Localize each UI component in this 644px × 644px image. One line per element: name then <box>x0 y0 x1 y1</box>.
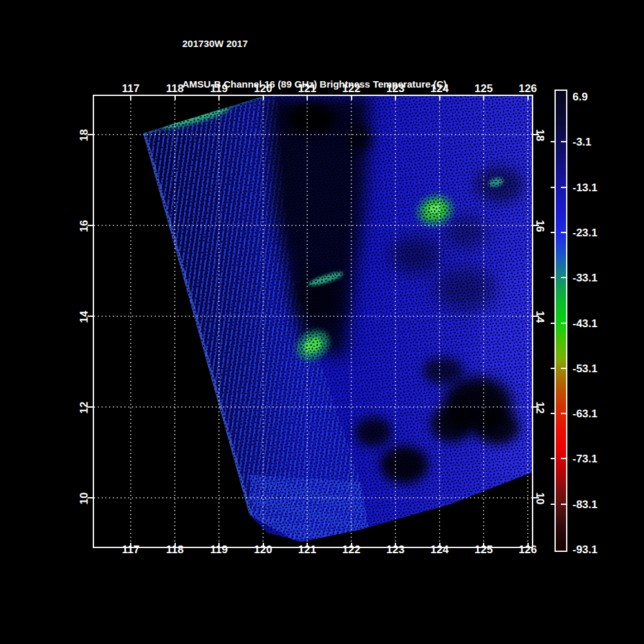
lon-label-bottom: 122 <box>339 544 365 556</box>
lon-tick-top <box>218 96 220 100</box>
colorbar-tick-label: -33.1 <box>573 272 598 285</box>
lat-label-left: 16 <box>78 214 91 238</box>
lat-label-right: 14 <box>533 305 546 328</box>
colorbar-tick-right <box>561 187 566 188</box>
lon-label-top: 124 <box>427 82 453 95</box>
satellite-swath-map <box>94 96 532 547</box>
colorbar-tick-left <box>551 187 556 188</box>
colorbar-tick-right <box>561 413 566 414</box>
lon-tick-top <box>130 96 131 100</box>
lon-label-top: 120 <box>251 82 276 95</box>
lon-label-bottom: 117 <box>118 544 144 556</box>
lon-label-bottom: 120 <box>251 544 276 556</box>
lon-label-bottom: 126 <box>515 544 541 556</box>
storm-id-line: 201730W 2017 <box>182 37 447 50</box>
colorbar-tick-left <box>551 458 556 459</box>
colorbar-tick-right <box>561 504 566 505</box>
lon-label-top: 118 <box>162 82 188 95</box>
lon-label-top: 121 <box>294 82 320 95</box>
lat-label-left: 14 <box>78 305 91 328</box>
colorbar-tick-label: 6.9 <box>573 91 588 104</box>
colorbar-tick-label: -23.1 <box>573 227 598 240</box>
lon-label-bottom: 119 <box>206 544 232 556</box>
lat-label-left: 10 <box>78 487 91 510</box>
colorbar-tick-right <box>561 277 566 278</box>
lon-label-top: 126 <box>515 82 541 95</box>
colorbar-tick-left <box>551 141 556 142</box>
colorbar-gradient <box>556 91 566 551</box>
lat-label-right: 18 <box>533 124 546 147</box>
lon-label-top: 123 <box>383 82 408 95</box>
lon-tick-top <box>307 96 308 100</box>
lat-label-right: 12 <box>533 396 546 419</box>
colorbar-tick-left <box>551 232 556 233</box>
lon-label-top: 122 <box>339 82 365 95</box>
lon-tick-top <box>527 96 529 100</box>
lon-label-top: 125 <box>471 82 497 95</box>
lon-label-top: 117 <box>118 82 144 95</box>
lon-label-bottom: 121 <box>294 544 320 556</box>
colorbar-tick-left <box>551 368 556 369</box>
colorbar <box>554 90 567 552</box>
lon-tick-top <box>175 96 176 100</box>
colorbar-tick-label: -93.1 <box>573 544 598 556</box>
colorbar-tick-label: -63.1 <box>573 408 598 421</box>
lat-label-left: 12 <box>78 396 91 419</box>
lat-label-right: 10 <box>533 487 546 510</box>
colorbar-tick-right <box>561 232 566 233</box>
colorbar-tick-label: -43.1 <box>573 317 598 330</box>
lat-label-left: 18 <box>78 124 91 147</box>
colorbar-tick-right <box>561 458 566 459</box>
colorbar-tick-left <box>551 323 556 324</box>
colorbar-tick-label: -13.1 <box>573 182 598 194</box>
lon-tick-top <box>351 96 352 100</box>
colorbar-tick-right <box>561 368 566 369</box>
colorbar-tick-label: -83.1 <box>573 498 598 511</box>
colorbar-tick-label: -53.1 <box>573 363 598 375</box>
lon-label-bottom: 124 <box>427 544 453 556</box>
lon-label-bottom: 125 <box>471 544 497 556</box>
lon-tick-top <box>483 96 484 100</box>
lon-tick-top <box>263 96 264 100</box>
colorbar-tick-right <box>561 141 566 142</box>
colorbar-tick-right <box>561 323 566 324</box>
colorbar-tick-label: -3.1 <box>573 136 591 149</box>
lon-tick-top <box>439 96 440 100</box>
lon-label-bottom: 118 <box>162 544 188 556</box>
lat-label-right: 16 <box>533 214 546 238</box>
colorbar-tick-label: -73.1 <box>573 453 598 466</box>
lon-label-bottom: 123 <box>383 544 408 556</box>
screenshot-root: 201730W 2017 AMSU-B Channel 16 (89 GHz) … <box>0 0 644 644</box>
colorbar-tick-left <box>551 413 556 414</box>
lon-label-top: 119 <box>206 82 232 95</box>
colorbar-tick-left <box>551 277 556 278</box>
colorbar-tick-left <box>551 504 556 505</box>
lon-tick-top <box>395 96 396 100</box>
